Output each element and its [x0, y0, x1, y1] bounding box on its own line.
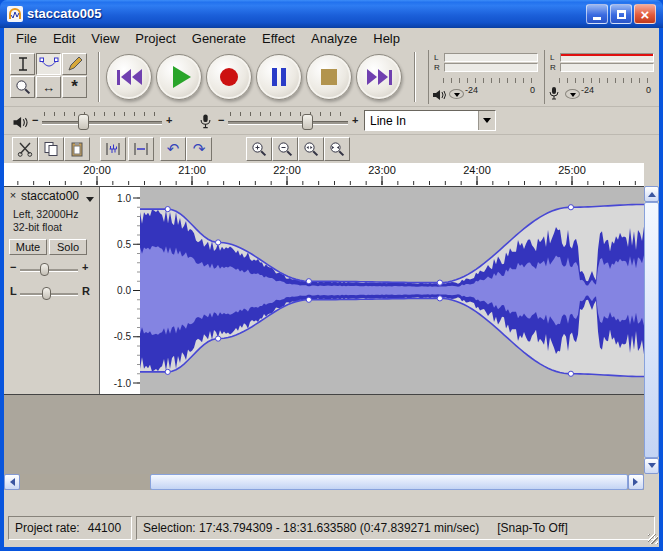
undo-button[interactable]: ↶ [160, 137, 186, 161]
menu-help[interactable]: Help [365, 29, 408, 48]
slider-groove [228, 121, 348, 125]
track-format: Left, 32000Hz [13, 208, 78, 220]
meter-left-label: L [550, 53, 554, 62]
draw-tool-button[interactable] [62, 53, 87, 75]
track-area: × staccato00 Left, 32000Hz 32-bit float … [4, 186, 644, 395]
combo-dropdown-button[interactable] [478, 111, 495, 130]
menu-project[interactable]: Project [127, 29, 183, 48]
zoom-tool-button[interactable] [10, 76, 35, 98]
redo-button[interactable]: ↷ [186, 137, 212, 161]
zoom-out-button[interactable] [272, 137, 298, 161]
output-volume-min: − [32, 114, 38, 126]
skip-to-start-button[interactable] [106, 54, 152, 100]
scroll-right-button[interactable] [628, 474, 644, 490]
solo-button[interactable]: Solo [49, 239, 87, 255]
trim-button[interactable] [100, 137, 126, 161]
selection-tool-button[interactable] [10, 53, 35, 75]
selection-text: Selection: 17:43.794309 - 18:31.633580 (… [143, 521, 479, 535]
silence-button[interactable] [128, 137, 154, 161]
scroll-down-button[interactable] [644, 458, 659, 474]
close-button[interactable]: × [634, 4, 656, 24]
maximize-button[interactable] [610, 4, 632, 24]
svg-text:25:00: 25:00 [558, 164, 586, 176]
timeline-ruler[interactable]: 20:0021:0022:0023:0024:0025:00 [4, 163, 644, 186]
meter-scale-ticks [443, 78, 539, 83]
zoom-selection-icon [303, 141, 319, 157]
left-right-arrow-icon: ↔ [42, 80, 55, 95]
gain-thumb[interactable] [40, 263, 49, 276]
input-volume-slider[interactable] [228, 111, 348, 131]
paste-button[interactable] [64, 137, 90, 161]
meter-left-label: L [434, 53, 438, 62]
menu-edit[interactable]: Edit [45, 29, 83, 48]
meter-scale-ticks [559, 78, 655, 83]
zoom-in-button[interactable] [246, 137, 272, 161]
microphone-icon[interactable] [549, 86, 559, 104]
track-menu-dropdown-icon[interactable] [86, 197, 94, 206]
fit-project-button[interactable] [324, 137, 350, 161]
zoom-fit-icon [329, 141, 345, 157]
mute-button[interactable]: Mute [9, 239, 47, 255]
horizontal-scroll-thumb[interactable] [150, 474, 628, 490]
scroll-up-button[interactable] [644, 186, 659, 202]
pan-left-label: L [10, 285, 17, 297]
output-volume-max: + [166, 114, 172, 126]
app-icon [7, 6, 23, 26]
pan-thumb[interactable] [42, 287, 51, 300]
menu-file[interactable]: File [8, 29, 45, 48]
redo-icon: ↷ [193, 140, 206, 158]
menu-generate[interactable]: Generate [184, 29, 254, 48]
output-meter-dropdown[interactable] [449, 89, 464, 99]
skip-to-end-button[interactable] [356, 54, 402, 100]
gain-max-label: + [82, 261, 88, 273]
cut-button[interactable] [12, 137, 38, 161]
multi-tool-button[interactable]: * [62, 76, 87, 98]
toolbar-separator [414, 52, 416, 102]
slider-ticks [230, 112, 346, 116]
svg-text:-0.5: -0.5 [114, 331, 132, 342]
track-title[interactable]: staccato00 [21, 189, 79, 203]
output-volume-slider[interactable] [42, 111, 162, 131]
gain-slider[interactable] [20, 269, 78, 272]
input-meter: L R -24 0 [544, 50, 656, 104]
statusbar: Project rate: 44100 Selection: 17:43.794… [4, 490, 659, 547]
record-icon [220, 68, 238, 86]
play-button[interactable] [156, 54, 202, 100]
waveform-svg [140, 187, 644, 394]
input-volume-max: + [352, 114, 358, 126]
fit-selection-button[interactable] [298, 137, 324, 161]
input-meter-dropdown[interactable] [565, 89, 580, 99]
stop-button[interactable] [306, 54, 352, 100]
vertical-scroll-thumb[interactable] [644, 202, 659, 458]
menu-effect[interactable]: Effect [254, 29, 303, 48]
envelope-tool-button[interactable] [36, 53, 61, 75]
svg-text:-1.0: -1.0 [114, 378, 132, 389]
copy-button[interactable] [38, 137, 64, 161]
menu-view[interactable]: View [83, 29, 127, 48]
input-source-select[interactable]: Line In [364, 110, 496, 131]
scroll-left-button[interactable] [4, 474, 20, 490]
minimize-button[interactable] [586, 4, 608, 24]
meter-bar-left [560, 53, 654, 62]
timeshift-tool-button[interactable]: ↔ [36, 76, 61, 98]
output-volume-thumb[interactable] [78, 114, 89, 130]
timeline-corner [644, 163, 659, 186]
paste-icon [69, 141, 85, 157]
horizontal-scrollbar[interactable] [4, 474, 644, 490]
vertical-scrollbar[interactable] [644, 186, 659, 474]
track-close-button[interactable]: × [7, 189, 19, 201]
meter-scale-low: -24 [581, 85, 594, 95]
speaker-icon[interactable] [432, 87, 446, 105]
input-volume-thumb[interactable] [302, 114, 313, 130]
meter-bar-right [560, 63, 654, 72]
menu-analyze[interactable]: Analyze [303, 29, 365, 48]
titlebar[interactable]: staccato005 × [0, 0, 663, 28]
pause-button[interactable] [256, 54, 302, 100]
svg-text:0.5: 0.5 [117, 239, 131, 250]
record-button[interactable] [206, 54, 252, 100]
scissors-icon [17, 141, 33, 157]
main-toolbar: ↔ * L R -24 0 [4, 48, 659, 106]
vertical-ruler[interactable]: 1.00.50.0-0.5-1.0 [100, 187, 140, 394]
resize-grip[interactable] [648, 534, 658, 544]
waveform-display[interactable] [140, 187, 644, 394]
